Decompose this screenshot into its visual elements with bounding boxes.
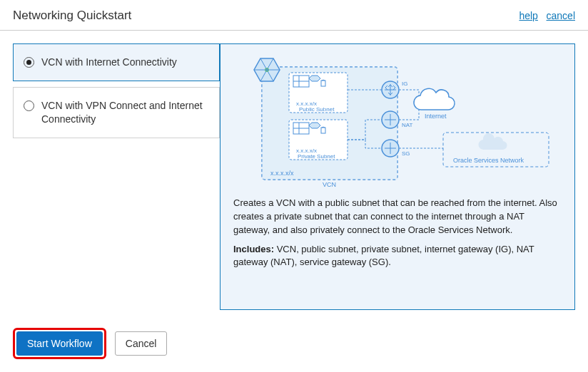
- highlight-box: Start Workflow: [13, 328, 106, 359]
- option-label: VCN with VPN Connect and Internet Connec…: [41, 99, 209, 126]
- vcn-diagram: x.x.x.x/x VCN: [233, 54, 562, 190]
- diag-ig-label: IG: [402, 81, 407, 87]
- diag-internet-label: Internet: [425, 113, 447, 120]
- diag-nat-label: NAT: [402, 122, 413, 128]
- diag-vcn-cidr: x.x.x.x/x: [270, 170, 294, 177]
- radio-icon: [24, 57, 34, 68]
- detail-description: Creates a VCN with a public subnet that …: [233, 197, 562, 237]
- diag-sg-label: SG: [402, 150, 410, 157]
- option-vcn-internet[interactable]: VCN with Internet Connectivity: [13, 43, 220, 81]
- footer: Start Workflow Cancel: [13, 328, 167, 359]
- detail-panel: x.x.x.x/x VCN: [220, 43, 575, 310]
- detail-includes: Includes: VCN, public subnet, private su…: [233, 243, 562, 270]
- svg-rect-14: [321, 81, 325, 86]
- gateway-icon: [382, 81, 399, 98]
- diag-osn-label: Oracle Services Network: [453, 157, 524, 164]
- diag-vcn-label: VCN: [323, 181, 336, 188]
- gateway-icon: [382, 111, 399, 128]
- start-workflow-button[interactable]: Start Workflow: [16, 331, 103, 356]
- diag-pub-label: Public Subnet: [299, 106, 335, 113]
- option-vcn-vpn[interactable]: VCN with VPN Connect and Internet Connec…: [13, 87, 220, 138]
- cancel-button[interactable]: Cancel: [115, 331, 168, 356]
- header-links: help cancel: [513, 10, 575, 21]
- includes-label: Includes:: [233, 244, 274, 254]
- gateway-icon: [382, 140, 399, 157]
- help-link[interactable]: help: [519, 10, 537, 21]
- option-list: VCN with Internet Connectivity VCN with …: [13, 43, 220, 144]
- includes-text: VCN, public subnet, private subnet, inte…: [233, 244, 534, 268]
- cancel-link[interactable]: cancel: [547, 10, 575, 21]
- radio-icon: [24, 100, 34, 111]
- header: Networking Quickstart help cancel: [0, 0, 588, 31]
- page-title: Networking Quickstart: [13, 9, 131, 23]
- diag-priv-label: Private Subnet: [298, 153, 335, 160]
- cloud-icon: [414, 88, 455, 110]
- svg-rect-19: [321, 128, 325, 133]
- option-label: VCN with Internet Connectivity: [41, 56, 177, 69]
